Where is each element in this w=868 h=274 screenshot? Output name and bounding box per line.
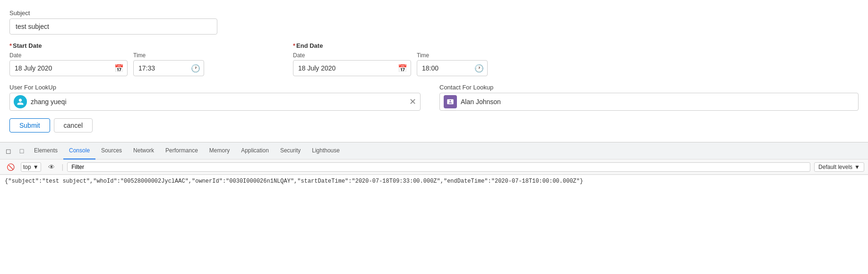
console-filter-input[interactable]	[67, 162, 810, 172]
cancel-button[interactable]: cancel	[54, 118, 93, 133]
lookup-row: User For LookUp zhang yueqi ✕ Contact Fo…	[9, 84, 859, 111]
button-row: Submit cancel	[9, 118, 859, 133]
user-icon	[17, 98, 24, 106]
console-levels-label: Default levels	[818, 164, 852, 170]
end-date-section: *End Date Date 📅 Time 🕐	[293, 42, 859, 76]
tab-lighthouse[interactable]: Lighthouse	[306, 142, 345, 159]
user-lookup-section: User For LookUp zhang yueqi ✕	[9, 84, 421, 111]
end-date-input-wrap: 📅	[293, 60, 411, 76]
end-date-title: *End Date	[293, 42, 859, 49]
start-date-time-group: Date 📅 Time 🕐	[9, 52, 265, 76]
start-time-input-wrap: 🕐	[133, 60, 204, 76]
contact-lookup-section: Contact For Lookup Alan Johnson	[439, 84, 859, 111]
chevron-down-icon: ▼	[33, 164, 39, 170]
user-lookup-clear-button[interactable]: ✕	[409, 97, 416, 106]
subject-input[interactable]	[9, 18, 217, 35]
user-lookup-field[interactable]: zhang yueqi ✕	[9, 93, 421, 111]
tab-elements[interactable]: Elements	[28, 142, 63, 159]
console-output-line: {"subject":"test subject","whoId":"00528…	[0, 175, 868, 187]
contact-lookup-field[interactable]: Alan Johnson	[439, 93, 859, 111]
end-required-indicator: *	[293, 42, 295, 49]
tab-security[interactable]: Security	[275, 142, 306, 159]
start-date-label: Date	[9, 52, 128, 59]
end-time-label: Time	[417, 52, 488, 59]
console-levels-selector[interactable]: Default levels ▼	[814, 162, 864, 172]
start-date-input[interactable]	[9, 60, 128, 76]
start-date-section: *Start Date Date 📅 Time 🕐	[9, 42, 265, 76]
devtools-clear-icon[interactable]: 🚫	[4, 160, 17, 174]
devtools-eye-icon[interactable]: 👁	[45, 160, 58, 174]
user-lookup-value: zhang yueqi	[31, 98, 405, 106]
date-section-row: *Start Date Date 📅 Time 🕐	[9, 42, 859, 76]
end-time-clock-icon[interactable]: 🕐	[474, 64, 484, 73]
start-time-label: Time	[133, 52, 204, 59]
start-time-clock-icon[interactable]: 🕐	[191, 64, 200, 73]
tab-application[interactable]: Application	[235, 142, 275, 159]
devtools-dock-icon[interactable]: ◻	[2, 144, 15, 158]
end-date-calendar-icon[interactable]: 📅	[398, 64, 407, 73]
devtools-panel: ◻ □ Elements Console Sources Network Per…	[0, 142, 868, 187]
end-date-input[interactable]	[293, 60, 411, 76]
tab-memory[interactable]: Memory	[204, 142, 235, 159]
devtools-tabs-bar: ◻ □ Elements Console Sources Network Per…	[0, 142, 868, 159]
end-time-input-wrap: 🕐	[417, 60, 488, 76]
console-context-selector[interactable]: top ▼	[21, 162, 41, 172]
start-required-indicator: *	[9, 42, 12, 49]
start-date-title: *Start Date	[9, 42, 265, 49]
end-date-label: Date	[293, 52, 411, 59]
tab-performance[interactable]: Performance	[160, 142, 204, 159]
tab-sources[interactable]: Sources	[95, 142, 128, 159]
tab-network[interactable]: Network	[128, 142, 160, 159]
end-date-wrapper: Date 📅	[293, 52, 411, 76]
start-date-calendar-icon[interactable]: 📅	[114, 64, 124, 73]
contact-icon	[447, 98, 454, 106]
contact-lookup-value: Alan Johnson	[461, 98, 854, 106]
console-bar-divider: |	[62, 163, 64, 171]
end-date-time-group: Date 📅 Time 🕐	[293, 52, 859, 76]
subject-field-group: Subject	[9, 9, 859, 35]
start-time-wrapper: Time 🕐	[133, 52, 204, 76]
user-lookup-label: User For LookUp	[9, 84, 421, 91]
contact-lookup-label: Contact For Lookup	[439, 84, 859, 91]
submit-button[interactable]: Submit	[9, 118, 50, 133]
console-context-label: top	[23, 164, 31, 170]
start-date-input-wrap: 📅	[9, 60, 128, 76]
devtools-panel-icon[interactable]: □	[15, 144, 28, 158]
tab-console[interactable]: Console	[63, 142, 95, 159]
start-date-wrapper: Date 📅	[9, 52, 128, 76]
end-time-wrapper: Time 🕐	[417, 52, 488, 76]
user-avatar	[14, 95, 27, 108]
contact-avatar	[444, 95, 457, 108]
levels-chevron-icon: ▼	[854, 164, 860, 170]
devtools-console-bar: 🚫 top ▼ 👁 | Default levels ▼	[0, 159, 868, 175]
subject-label: Subject	[9, 9, 859, 17]
